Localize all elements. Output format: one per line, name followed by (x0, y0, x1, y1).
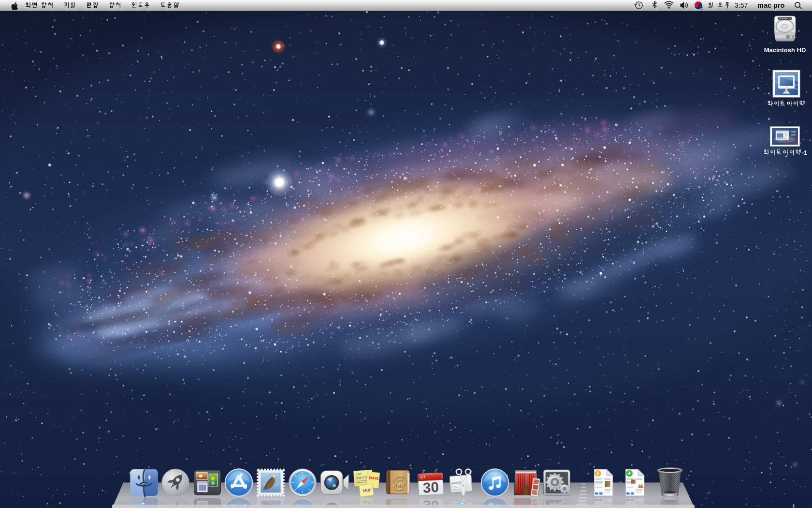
svg-text:@: @ (392, 473, 407, 492)
svg-text:30: 30 (422, 479, 439, 496)
svg-text:3:57: 3:57 (735, 1, 748, 9)
svg-text:mac pro: mac pro (757, 1, 785, 9)
svg-text:-1: -1 (802, 149, 807, 156)
svg-text:B441: B441 (369, 475, 379, 481)
svg-text:6: 6 (420, 475, 422, 479)
svg-text:2: 2 (701, 6, 704, 11)
